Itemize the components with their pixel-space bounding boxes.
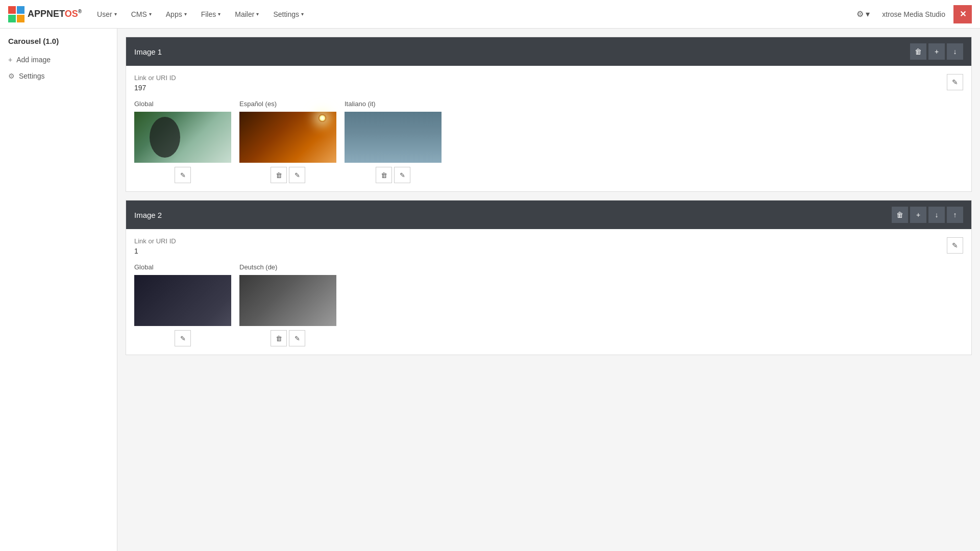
image-2-global-label: Global (134, 263, 154, 271)
image-1-down-button[interactable]: ↓ (947, 43, 963, 60)
trash-icon: 🗑 (915, 47, 922, 56)
image-2-de-actions: 🗑 ✎ (271, 330, 305, 346)
layout: Carousel (1.0) + Add image ⚙ Settings Im… (0, 29, 980, 551)
gear-icon: ⚙ (856, 9, 864, 19)
image-1-global-label: Global (134, 100, 154, 108)
image-2-grid: Global ✎ Deutsch (de) (134, 263, 963, 346)
image-card-1: Image 1 🗑 + ↓ Link or URI ID (126, 37, 972, 192)
nav-apps[interactable]: Apps ▾ (161, 7, 192, 21)
edit-icon: ✎ (295, 171, 300, 179)
image-1-link-section: Link or URI ID 197 ✎ (134, 74, 963, 92)
brand-appnet: APPNET (28, 9, 65, 19)
image-2-de-delete-button[interactable]: 🗑 (271, 330, 287, 346)
image-2-link-value: 1 (134, 247, 176, 255)
sidebar-title: Carousel (1.0) (0, 37, 117, 52)
sidebar-item-settings[interactable]: ⚙ Settings (0, 68, 117, 84)
edit-icon: ✎ (180, 171, 186, 179)
image-2-global-photo (134, 275, 231, 326)
image-1-header-actions: 🗑 + ↓ (910, 43, 963, 60)
nav-files[interactable]: Files ▾ (196, 7, 226, 21)
image-2-title: Image 2 (134, 211, 162, 219)
image-1-link-value: 197 (134, 84, 176, 92)
sidebar-settings-label: Settings (19, 72, 45, 80)
image-2-up-button[interactable]: ↑ (947, 207, 963, 223)
trash-icon: 🗑 (896, 211, 903, 219)
studio-name: xtrose Media Studio (878, 10, 949, 18)
image-2-link-info: Link or URI ID 1 (134, 237, 176, 255)
edit-icon: ✎ (952, 78, 958, 86)
image-2-de-label: Deutsch (de) (239, 263, 277, 271)
brand-trademark: ® (78, 9, 82, 14)
image-2-down-button[interactable]: ↓ (928, 207, 945, 223)
image-1-it-photo (345, 112, 442, 163)
image-1-link-info: Link or URI ID 197 (134, 74, 176, 92)
image-card-2: Image 2 🗑 + ↓ ↑ (126, 200, 972, 355)
brand-os: OS (65, 9, 78, 19)
image-2-de-edit-button[interactable]: ✎ (289, 330, 305, 346)
image-1-es-actions: 🗑 ✎ (271, 167, 305, 183)
gear-caret-icon: ▾ (866, 9, 870, 19)
image-1-global-photo (134, 112, 231, 163)
sidebar-gear-icon: ⚙ (8, 72, 15, 80)
sidebar-add-label: Add image (16, 56, 51, 64)
image-2-group-global: Global ✎ (134, 263, 231, 346)
close-icon: ✕ (960, 9, 966, 19)
image-1-it-delete-button[interactable]: 🗑 (376, 167, 392, 183)
image-1-group-es: Español (es) 🗑 ✎ (239, 100, 336, 183)
image-1-es-edit-button[interactable]: ✎ (289, 167, 305, 183)
image-1-it-actions: 🗑 ✎ (376, 167, 410, 183)
edit-icon: ✎ (295, 335, 300, 342)
image-2-link-section: Link or URI ID 1 ✎ (134, 237, 963, 255)
image-2-link-edit-button[interactable]: ✎ (947, 237, 963, 254)
image-1-it-label: Italiano (it) (345, 100, 376, 108)
image-1-delete-button[interactable]: 🗑 (910, 43, 926, 60)
trash-icon: 🗑 (381, 171, 387, 179)
image-2-header-actions: 🗑 + ↓ ↑ (892, 207, 963, 223)
image-1-global-actions: ✎ (175, 167, 191, 183)
trash-icon: 🗑 (276, 335, 282, 342)
image-1-add-button[interactable]: + (928, 43, 945, 60)
image-1-global-edit-button[interactable]: ✎ (175, 167, 191, 183)
image-2-global-actions: ✎ (175, 330, 191, 346)
image-2-delete-button[interactable]: 🗑 (892, 207, 908, 223)
trash-icon: 🗑 (276, 171, 282, 179)
brand-logo (8, 6, 24, 22)
close-button[interactable]: ✕ (953, 5, 972, 23)
main-content: Image 1 🗑 + ↓ Link or URI ID (117, 29, 980, 551)
edit-icon: ✎ (400, 171, 405, 179)
gear-button[interactable]: ⚙ ▾ (852, 7, 874, 21)
image-2-add-button[interactable]: + (910, 207, 926, 223)
image-card-1-header: Image 1 🗑 + ↓ (126, 37, 971, 66)
image-1-es-photo (239, 112, 336, 163)
nav-user[interactable]: User ▾ (92, 7, 122, 21)
image-1-link-edit-button[interactable]: ✎ (947, 74, 963, 90)
image-1-it-edit-button[interactable]: ✎ (394, 167, 410, 183)
brand-name: APPNETOS® (28, 9, 82, 19)
image-1-grid: Global ✎ Español (es) (134, 100, 963, 183)
nav-mailer[interactable]: Mailer ▾ (230, 7, 264, 21)
mailer-caret-icon: ▾ (256, 11, 259, 17)
image-1-es-delete-button[interactable]: 🗑 (271, 167, 287, 183)
arrow-down-icon: ↓ (935, 211, 939, 219)
image-2-link-label: Link or URI ID (134, 237, 176, 245)
sidebar-item-add-image[interactable]: + Add image (0, 52, 117, 68)
svg-rect-3 (17, 15, 24, 22)
settings-caret-icon: ▾ (301, 11, 304, 17)
image-2-de-photo (239, 275, 336, 326)
image-1-group-global: Global ✎ (134, 100, 231, 183)
edit-icon: ✎ (952, 241, 958, 249)
image-1-group-it: Italiano (it) 🗑 ✎ (345, 100, 442, 183)
apps-caret-icon: ▾ (184, 11, 187, 17)
plus-icon: + (935, 47, 939, 56)
nav-settings[interactable]: Settings ▾ (268, 7, 309, 21)
add-icon: + (8, 56, 12, 64)
nav-cms[interactable]: CMS ▾ (126, 7, 157, 21)
svg-rect-2 (8, 15, 16, 22)
sidebar: Carousel (1.0) + Add image ⚙ Settings (0, 29, 117, 551)
image-1-body: Link or URI ID 197 ✎ Global ✎ (126, 66, 971, 191)
svg-rect-0 (8, 6, 16, 14)
image-2-global-edit-button[interactable]: ✎ (175, 330, 191, 346)
image-1-es-label: Español (es) (239, 100, 277, 108)
image-2-group-de: Deutsch (de) 🗑 ✎ (239, 263, 336, 346)
cms-caret-icon: ▾ (149, 11, 152, 17)
